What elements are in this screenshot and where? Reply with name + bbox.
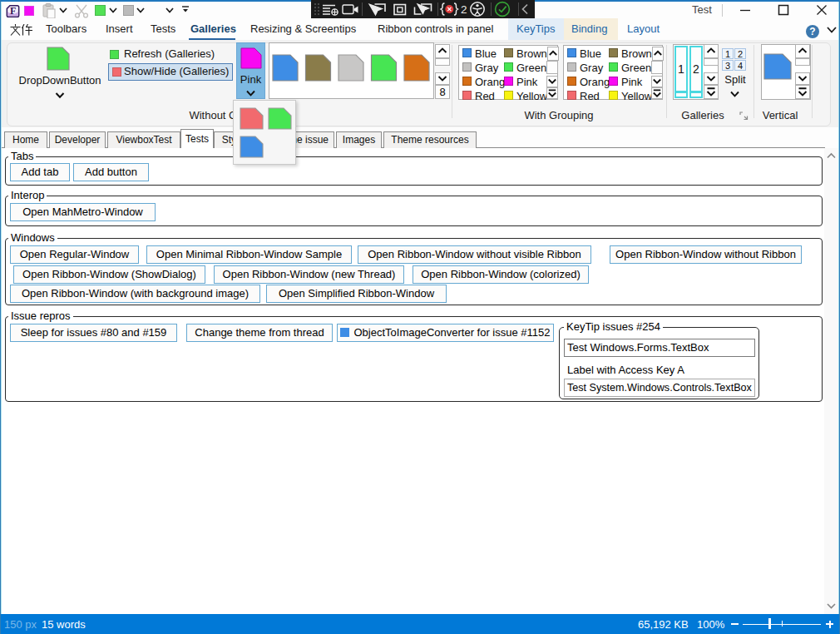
svg-text:F: F [10, 5, 16, 17]
svg-text:2: 2 [461, 3, 467, 16]
svg-text:?: ? [809, 26, 815, 37]
